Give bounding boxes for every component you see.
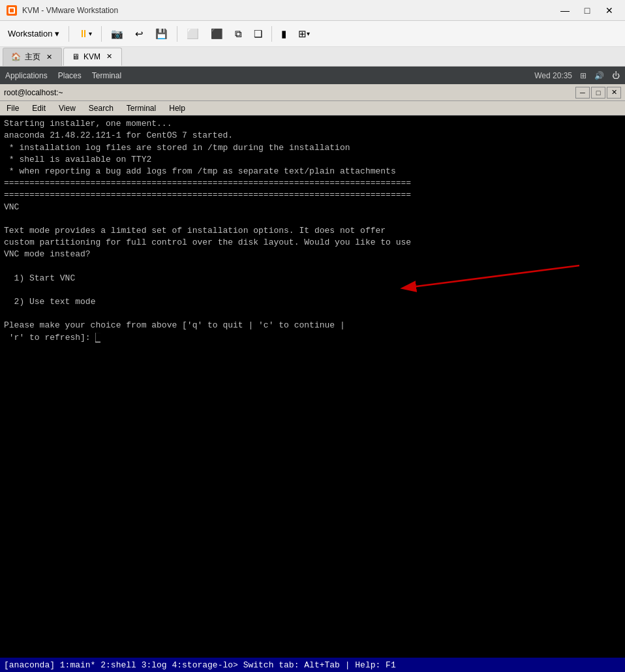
terminal-maximize[interactable]: □ (591, 87, 605, 99)
snapshot-icon: 📷 (111, 28, 123, 40)
revert-button[interactable]: ↩ (130, 23, 149, 44)
tab-kvm[interactable]: 🖥 KVM ✕ (63, 48, 122, 66)
window-title: KVM - VMware Workstation (22, 6, 555, 15)
terminal-button[interactable]: ▮ (276, 23, 292, 44)
app-icon (5, 4, 18, 17)
tab-kvm-close[interactable]: ✕ (104, 52, 114, 61)
svg-rect-2 (10, 8, 14, 12)
workstation-label: Workstation (8, 29, 52, 38)
menu-help[interactable]: Help (165, 104, 189, 113)
revert-icon: ↩ (135, 28, 144, 40)
network-icon: ⊞ (580, 71, 587, 80)
vm-view-btn2[interactable]: ⬛ (206, 23, 228, 44)
chevron-down-icon: ▾ (55, 29, 59, 38)
snapshot-button[interactable]: 📷 (106, 23, 129, 44)
terminal-close[interactable]: ✕ (607, 87, 621, 99)
guest-menu-bar: Applications Places Terminal (5, 71, 121, 80)
vm-view-icon4: ❑ (254, 28, 262, 40)
toolbar-separator-3 (177, 26, 177, 42)
terminal-content[interactable]: Starting installer, one moment... anacon… (0, 115, 625, 658)
terminal-controls: ─ □ ✕ (575, 87, 621, 99)
vm-view-icon2: ⬛ (211, 28, 223, 40)
power-icon[interactable]: ⏻ (612, 71, 620, 80)
terminal-status-text: [anaconda] 1:main* 2:shell 3:log 4:stora… (4, 660, 396, 670)
menu-edit[interactable]: Edit (28, 104, 50, 113)
suspend-icon: 💾 (155, 28, 168, 40)
window-controls: — □ ✕ (555, 3, 620, 18)
terminal-minimize[interactable]: ─ (575, 87, 590, 99)
suspend-button[interactable]: 💾 (150, 23, 173, 44)
workstation-menu-button[interactable]: Workstation ▾ (3, 29, 65, 38)
menu-view[interactable]: View (55, 104, 80, 113)
tab-home-close[interactable]: ✕ (44, 52, 53, 61)
terminal-title: root@localhost:~ (4, 88, 63, 97)
close-button[interactable]: ✕ (599, 3, 620, 18)
toolbar-separator-1 (69, 26, 69, 42)
vm-view-btn3[interactable]: ⧉ (230, 23, 247, 44)
terminal-titlebar: root@localhost:~ ─ □ ✕ (0, 84, 625, 101)
title-bar: KVM - VMware Workstation — □ ✕ (0, 0, 625, 21)
view-icon: ⊞ (298, 28, 307, 40)
terminal-statusbar: [anaconda] 1:main* 2:shell 3:log 4:stora… (0, 658, 625, 672)
tabs-bar: 🏠 主页 ✕ 🖥 KVM ✕ (0, 47, 625, 67)
volume-icon: 🔊 (594, 71, 604, 80)
applications-menu[interactable]: Applications (5, 71, 48, 80)
terminal-menu[interactable]: Terminal (92, 71, 121, 80)
tab-home[interactable]: 🏠 主页 ✕ (3, 48, 62, 66)
time-display: Wed 20:35 (534, 71, 572, 80)
vm-view-icon1: ⬜ (187, 28, 199, 40)
terminal-menubar: File Edit View Search Terminal Help (0, 101, 625, 115)
minimize-button[interactable]: — (555, 3, 575, 18)
menu-terminal[interactable]: Terminal (123, 104, 160, 113)
pause-icon: ⏸ (78, 28, 89, 40)
pause-chevron: ▾ (89, 30, 92, 37)
view-button[interactable]: ⊞ ▾ (293, 23, 315, 44)
toolbar-separator-4 (271, 26, 272, 42)
home-icon: 🏠 (11, 52, 21, 61)
vm-view-btn4[interactable]: ❑ (249, 23, 267, 44)
terminal-icon: ▮ (281, 28, 286, 40)
vm-view-btn1[interactable]: ⬜ (181, 23, 204, 44)
vm-view-icon3: ⧉ (235, 28, 242, 40)
kvm-tab-icon: 🖥 (72, 52, 80, 61)
main-toolbar: Workstation ▾ ⏸ ▾ 📷 ↩ 💾 ⬜ ⬛ ⧉ ❑ ▮ ⊞ ▾ (0, 21, 625, 47)
places-menu[interactable]: Places (58, 71, 82, 80)
tab-home-label: 主页 (25, 52, 40, 63)
pause-button[interactable]: ⏸ ▾ (73, 23, 97, 44)
tab-kvm-label: KVM (84, 52, 100, 61)
maximize-button[interactable]: □ (577, 3, 598, 18)
guest-toolbar: Applications Places Terminal Wed 20:35 ⊞… (0, 67, 625, 84)
guest-status-area: Wed 20:35 ⊞ 🔊 ⏻ (534, 71, 620, 80)
toolbar-separator-2 (101, 26, 102, 42)
menu-search[interactable]: Search (85, 104, 117, 113)
terminal-output: Starting installer, one moment... anacon… (4, 118, 621, 344)
main-content: Applications Places Terminal Wed 20:35 ⊞… (0, 67, 625, 672)
menu-file[interactable]: File (3, 104, 23, 113)
terminal-window: root@localhost:~ ─ □ ✕ File Edit View Se… (0, 84, 625, 672)
view-chevron: ▾ (307, 30, 310, 37)
